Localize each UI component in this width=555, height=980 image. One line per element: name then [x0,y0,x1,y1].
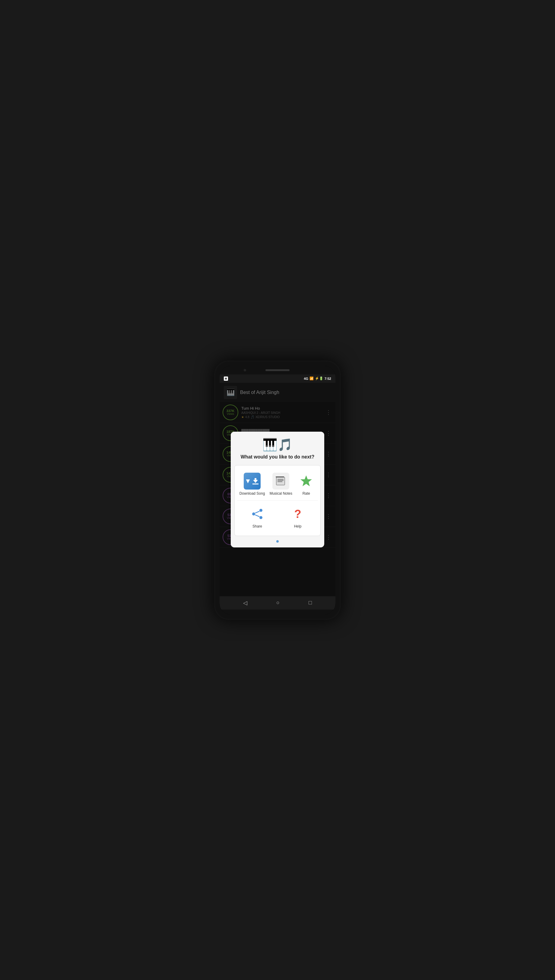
phone-speaker [265,369,290,371]
svg-point-12 [260,516,262,519]
notification-icon: ▦ [224,377,228,381]
svg-point-11 [252,512,255,515]
network-indicator: 4G [304,377,308,380]
svg-rect-2 [252,483,258,484]
dialog-row-bottom: Share ? Help [237,501,318,533]
dialog-item-download[interactable]: Download Song [238,470,266,498]
rate-label: Rate [303,491,310,496]
svg-text:?: ? [294,508,301,520]
svg-rect-1 [255,478,257,481]
svg-rect-4 [276,477,285,485]
phone-top-decoration [220,366,335,374]
home-button[interactable]: ○ [276,600,280,606]
dialog-item-help[interactable]: ? Help [287,503,308,531]
svg-point-10 [260,509,262,512]
dialog-question: What would you like to do next? [241,454,314,460]
dialog-item-share[interactable]: Share [247,503,268,531]
notes-icon [273,473,289,489]
dialog-item-rate[interactable]: Rate [295,470,317,498]
notes-label: Musical Notes [269,491,292,496]
app-content: 🎹 Best of Arijit Singh 337K Views Tum Hi… [220,383,335,596]
phone-screen: ▦ 4G 📶 ⚡🔋 7:52 🎹 Best of Arijit Singh [220,366,335,614]
download-label: Download Song [239,491,265,496]
share-icon [249,505,266,523]
phone-frame: ▦ 4G 📶 ⚡🔋 7:52 🎹 Best of Arijit Singh [214,361,341,620]
phone-camera [244,369,246,371]
clock: 7:52 [324,377,331,380]
dialog-options-grid: Download Song [234,465,321,536]
phone-bottom-decoration [220,609,335,614]
nav-bar: ◁ ○ □ [220,596,335,609]
back-button[interactable]: ◁ [243,600,247,606]
help-label: Help [294,524,302,528]
status-left: ▦ [224,377,228,381]
download-icon [244,473,261,489]
dialog-mascot: 🎹🎵 [262,438,293,452]
help-icon: ? [289,505,306,523]
recents-button[interactable]: □ [309,600,312,606]
svg-line-13 [255,511,260,513]
signal-icon: 📶 [310,377,314,380]
battery-icon: ⚡🔋 [315,377,323,380]
dialog-item-notes[interactable]: Musical Notes [268,470,294,498]
dialog: 🎹🎵 What would you like to do next? [231,432,324,547]
status-right: 4G 📶 ⚡🔋 7:52 [304,377,331,380]
svg-line-14 [255,515,260,517]
rate-icon [298,473,314,489]
svg-rect-8 [276,476,284,477]
dialog-header: 🎹🎵 What would you like to do next? [231,432,324,465]
svg-marker-9 [300,475,312,486]
share-label: Share [252,524,262,528]
modal-backdrop[interactable]: 🎹🎵 What would you like to do next? [220,383,335,596]
status-bar: ▦ 4G 📶 ⚡🔋 7:52 [220,374,335,383]
dialog-row-top: Download Song [237,468,318,501]
dialog-pagination [231,540,324,543]
dot-1 [276,540,279,543]
